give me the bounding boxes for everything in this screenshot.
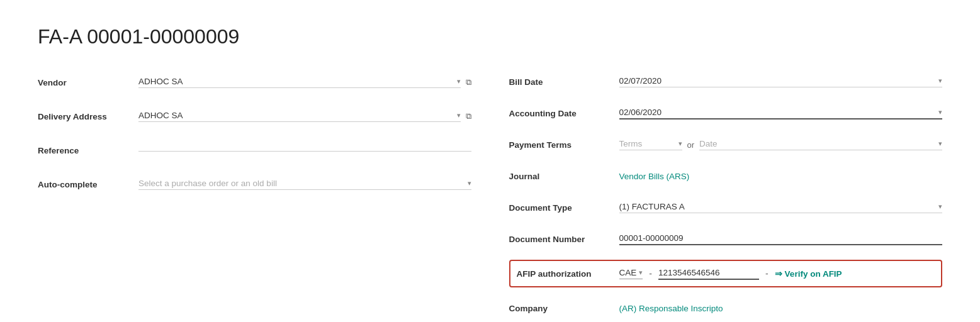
afip-cae-dropdown-icon[interactable]: ▾ [639,269,643,277]
payment-terms-date-select[interactable]: Date ▾ [699,139,942,150]
reference-label: Reference [38,146,138,155]
delivery-address-value: ADHOC SA [138,111,454,120]
journal-label: Journal [509,172,619,181]
autocomplete-dropdown-icon[interactable]: ▾ [468,179,471,187]
document-number-label: Document Number [509,235,619,244]
reference-row: Reference [38,139,471,162]
company-row: Company (AR) Responsable Inscripto [509,297,943,319]
accounting-date-row: Accounting Date 02/06/2020 ▾ [509,103,943,124]
afip-number-field[interactable]: 1213546546546 [658,268,759,280]
autocomplete-row: Auto-complete Select a purchase order or… [38,173,471,196]
afip-authorization-row: AFIP authorization CAE ▾ - 1213546546546… [509,260,943,287]
document-type-row: Document Type (1) FACTURAS A ▾ [509,197,943,218]
vendor-dropdown-icon[interactable]: ▾ [457,77,461,86]
afip-value: CAE ▾ - 1213546546546 - ⇒Verify on AFIP [619,268,935,280]
bill-date-field[interactable]: 02/07/2020 ▾ [619,76,943,87]
payment-terms-label: Payment Terms [509,140,619,150]
payment-terms-placeholder: Terms [619,139,676,148]
payment-terms-row: Payment Terms Terms ▾ or Date ▾ [509,134,943,155]
verify-arrow-icon: ⇒ [775,269,782,279]
left-column: Vendor ADHOC SA ▾ ⧉ Delivery Address ADH… [38,71,471,322]
page-title: FA-A 00001-00000009 [38,25,942,48]
verify-afip-text: Verify on AFIP [785,269,842,279]
payment-terms-value: Terms ▾ or Date ▾ [619,139,943,150]
delivery-dropdown-icon[interactable]: ▾ [457,111,461,119]
vendor-external-link-icon[interactable]: ⧉ [466,77,471,87]
journal-value-wrap: Vendor Bills (ARS) [619,172,943,181]
vendor-value: ADHOC SA [138,77,454,86]
afip-cae-text: CAE [619,268,637,277]
vendor-label: Vendor [38,78,138,87]
payment-terms-date-dropdown-icon[interactable]: ▾ [938,140,942,148]
bill-date-dropdown-icon[interactable]: ▾ [938,77,942,85]
document-type-dropdown-icon[interactable]: ▾ [938,203,942,211]
vendor-row: Vendor ADHOC SA ▾ ⧉ [38,71,471,94]
delivery-address-field[interactable]: ADHOC SA ▾ [138,111,461,122]
payment-terms-dropdown-icon[interactable]: ▾ [679,140,682,148]
accounting-date-field[interactable]: 02/06/2020 ▾ [619,108,943,119]
afip-cae-select[interactable]: CAE ▾ [619,268,643,279]
delivery-address-row: Delivery Address ADHOC SA ▾ ⧉ [38,105,471,128]
document-type-label: Document Type [509,203,619,213]
payment-terms-date-placeholder: Date [699,139,936,148]
company-value-wrap: (AR) Responsable Inscripto [619,304,943,313]
autocomplete-placeholder: Select a purchase order or an old bill [138,179,465,188]
document-number-value: 00001-00000009 [619,233,943,243]
company-value[interactable]: (AR) Responsable Inscripto [619,304,723,313]
afip-label: AFIP authorization [517,269,619,279]
delivery-external-link-icon[interactable]: ⧉ [466,111,471,121]
vendor-field[interactable]: ADHOC SA ▾ [138,77,461,88]
autocomplete-field[interactable]: Select a purchase order or an old bill ▾ [138,179,471,190]
right-column: Bill Date 02/07/2020 ▾ Accounting Date 0… [509,71,943,322]
bill-date-label: Bill Date [509,77,619,87]
autocomplete-label: Auto-complete [38,180,138,189]
delivery-address-label: Delivery Address [38,112,138,121]
payment-terms-or-text: or [687,140,695,150]
reference-field[interactable] [138,150,471,152]
document-type-field[interactable]: (1) FACTURAS A ▾ [619,202,943,213]
afip-dash2: - [765,269,769,279]
accounting-date-dropdown-icon[interactable]: ▾ [938,108,942,116]
journal-row: Journal Vendor Bills (ARS) [509,165,943,187]
accounting-date-label: Accounting Date [509,109,619,118]
bill-date-row: Bill Date 02/07/2020 ▾ [509,71,943,92]
afip-dash1: - [649,269,652,279]
accounting-date-value: 02/06/2020 [619,108,937,117]
journal-value[interactable]: Vendor Bills (ARS) [619,172,690,181]
document-number-field[interactable]: 00001-00000009 [619,233,943,245]
document-type-value: (1) FACTURAS A [619,202,937,211]
payment-terms-select[interactable]: Terms ▾ [619,139,682,150]
company-label: Company [509,304,619,313]
afip-number-value: 1213546546546 [658,268,759,277]
bill-date-value: 02/07/2020 [619,76,937,86]
document-number-row: Document Number 00001-00000009 [509,228,943,250]
verify-afip-link[interactable]: ⇒Verify on AFIP [775,269,842,279]
